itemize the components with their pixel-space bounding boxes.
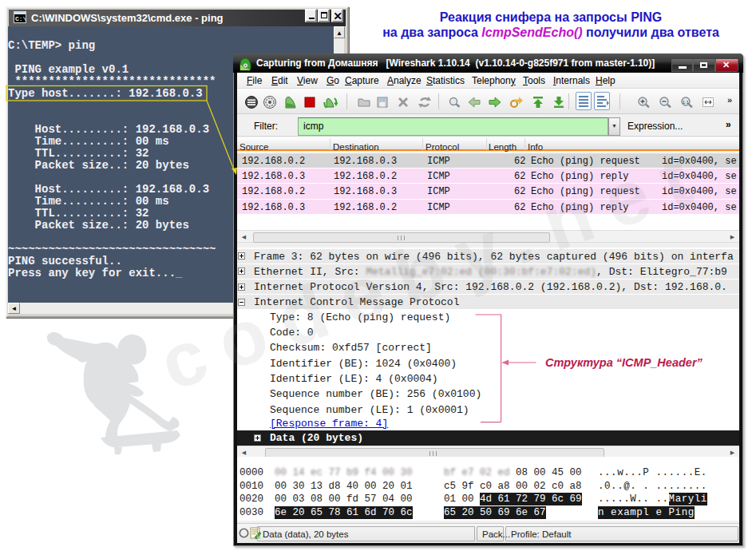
svg-text:Структура “ICMP_Header”: Структура “ICMP_Header” xyxy=(545,356,703,369)
svg-text:1:1: 1:1 xyxy=(683,100,690,105)
